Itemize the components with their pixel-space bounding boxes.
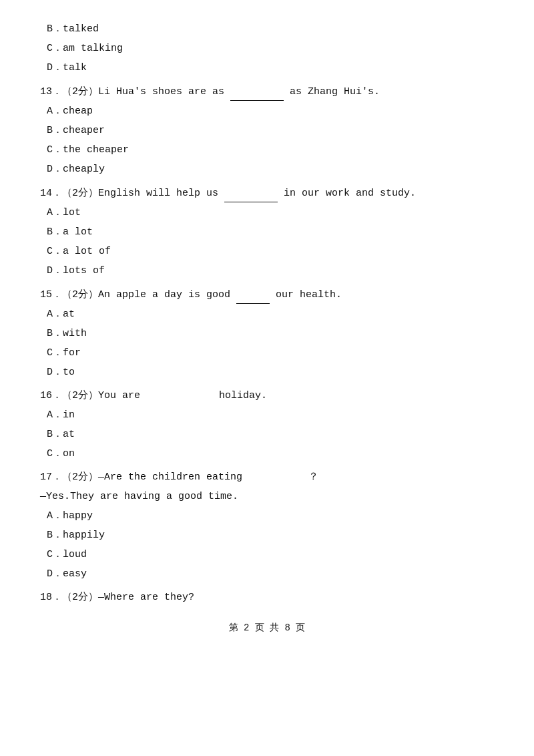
option-label: B． [47, 226, 63, 238]
question-number: 13． [40, 86, 62, 98]
question-14-text: 14．（2分）English will help us in our work … [40, 184, 494, 202]
option-text: for [63, 347, 81, 359]
option-d: D．cheaply [40, 160, 494, 178]
option-b-talked: B．talked [40, 20, 494, 38]
option-label: C． [47, 246, 63, 257]
option-label: C． [47, 144, 63, 156]
option-a: A．happy [40, 507, 494, 525]
question-number: 14． [40, 188, 62, 199]
option-label: D． [47, 367, 63, 378]
blank [236, 285, 270, 304]
question-content: —Where are they? [98, 592, 194, 603]
option-d: D．to [40, 363, 494, 381]
option-text: cheap [63, 106, 93, 117]
option-text: am talking [63, 43, 123, 54]
option-text: a lot [63, 226, 93, 238]
option-label: C． [47, 43, 63, 54]
option-text: lot [63, 207, 81, 218]
option-label: C． [47, 347, 63, 359]
question-13: 13．（2分）Li Hua's shoes are as as Zhang Hu… [40, 82, 494, 178]
option-label: A． [47, 106, 63, 117]
option-b: B．happily [40, 526, 494, 544]
option-label: B． [47, 23, 63, 35]
option-c: C．loud [40, 546, 494, 564]
option-text: lots of [63, 265, 105, 276]
question-17-text: 17．（2分）—Are the children eating ？ [40, 468, 494, 486]
question-content: Li Hua's shoes are as as Zhang Hui's. [98, 86, 380, 98]
option-text: cheaply [63, 164, 105, 175]
page-number-text: 第 2 页 共 8 页 [229, 622, 306, 633]
option-a: A．lot [40, 204, 494, 222]
option-text: at [63, 429, 75, 440]
question-17-subtext: —Yes.They are having a good time. [40, 488, 494, 506]
question-content: —Are the children eating ？ [98, 471, 318, 483]
question-18-text: 18．（2分）—Where are they? [40, 588, 494, 606]
question-number: 17． [40, 471, 62, 483]
option-label: A． [47, 409, 63, 421]
page-footer: 第 2 页 共 8 页 [40, 620, 494, 636]
option-text: in [63, 409, 75, 421]
option-text: happy [63, 510, 93, 522]
option-a: A．in [40, 406, 494, 424]
option-text: at [63, 309, 75, 320]
option-label: D． [47, 568, 63, 580]
option-text: a lot of [63, 246, 111, 257]
option-text: cheaper [63, 125, 105, 136]
option-label: C． [47, 549, 63, 560]
option-label: B． [47, 530, 63, 541]
question-16: 16．（2分）You are holiday. A．in B．at C．on [40, 387, 494, 463]
option-c: C．a lot of [40, 242, 494, 260]
question-points: （2分） [62, 86, 98, 98]
option-text: talk [63, 62, 87, 73]
option-c: C．on [40, 445, 494, 463]
option-label: A． [47, 207, 63, 218]
question-18: 18．（2分）—Where are they? [40, 588, 494, 606]
option-label: D． [47, 62, 63, 73]
question-points: （2分） [62, 390, 98, 401]
option-label: D． [47, 164, 63, 175]
option-label: C． [47, 448, 63, 459]
question-points: （2分） [62, 289, 98, 301]
option-label: B． [47, 429, 63, 440]
option-text: loud [63, 549, 87, 560]
question-content: You are holiday. [98, 390, 267, 401]
option-b: B．with [40, 325, 494, 343]
question-number: 15． [40, 289, 62, 301]
question-number: 16． [40, 390, 62, 401]
question-13-text: 13．（2分）Li Hua's shoes are as as Zhang Hu… [40, 82, 494, 101]
option-b: B．a lot [40, 223, 494, 241]
option-text: with [63, 328, 87, 339]
option-b: B．at [40, 425, 494, 443]
option-a: A．at [40, 305, 494, 323]
option-b: B．cheaper [40, 122, 494, 140]
option-c: C．for [40, 344, 494, 362]
option-text: the cheaper [63, 144, 129, 156]
question-content: English will help us in our work and stu… [98, 188, 416, 199]
content-area: B．talked C．am talking D．talk 13．（2分）Li H… [40, 20, 494, 606]
option-a: A．cheap [40, 102, 494, 120]
option-d: D．easy [40, 565, 494, 583]
question-points: （2分） [62, 471, 98, 483]
question-points: （2分） [62, 592, 98, 603]
blank [224, 184, 278, 202]
question-number: 18． [40, 592, 62, 603]
option-text: on [63, 448, 75, 459]
question-content: An apple a day is good our health. [98, 289, 342, 301]
option-c-am-talking: C．am talking [40, 39, 494, 57]
option-d-talk: D．talk [40, 59, 494, 77]
option-c: C．the cheaper [40, 141, 494, 159]
question-points: （2分） [62, 188, 98, 199]
option-text: talked [63, 23, 99, 35]
option-label: A． [47, 309, 63, 320]
blank [230, 82, 284, 101]
option-text: to [63, 367, 75, 378]
option-d: D．lots of [40, 262, 494, 280]
subtext: —Yes.They are having a good time. [40, 491, 238, 502]
option-label: B． [47, 125, 63, 136]
question-15: 15．（2分）An apple a day is good our health… [40, 285, 494, 381]
option-text: happily [63, 530, 105, 541]
option-label: B． [47, 328, 63, 339]
option-label: D． [47, 265, 63, 276]
option-label: A． [47, 510, 63, 522]
question-14: 14．（2分）English will help us in our work … [40, 184, 494, 280]
